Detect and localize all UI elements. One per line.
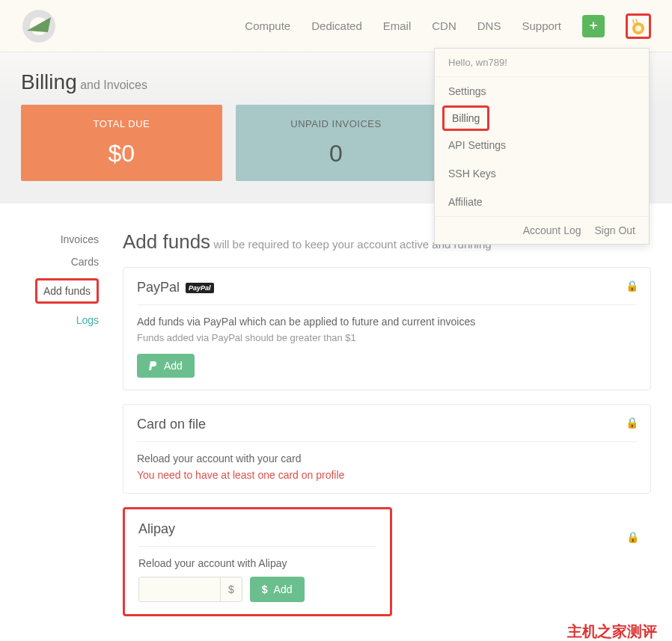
watermark: 主机之家测评 www.liuzhanwu.cn: [560, 622, 657, 641]
page-subtitle: and Invoices: [80, 79, 147, 91]
dropdown-billing[interactable]: Billing: [442, 105, 489, 131]
section-title: Add funds: [123, 230, 210, 253]
dollar-icon: $: [262, 583, 268, 595]
stat-total-due-value: $0: [34, 140, 209, 168]
dropdown-ssh-keys[interactable]: SSH Keys: [435, 159, 649, 188]
nav-compute[interactable]: Compute: [245, 19, 290, 32]
user-dropdown: Hello, wn789! Settings Billing API Setti…: [434, 48, 650, 245]
sidebar-item-invoices[interactable]: Invoices: [21, 233, 99, 245]
nav-dedicated[interactable]: Dedicated: [311, 19, 362, 32]
dropdown-settings[interactable]: Settings: [435, 77, 649, 105]
alipay-amount-wrap: $: [138, 577, 242, 602]
paypal-add-button[interactable]: Add: [137, 354, 195, 378]
card-text: Reload your account with your card: [137, 453, 637, 464]
paypal-p-icon: [149, 361, 158, 371]
alipay-text: Reload your account with Alipay: [138, 557, 376, 569]
sidebar-item-add-funds[interactable]: Add funds: [35, 278, 99, 304]
svg-point-3: [635, 25, 641, 31]
add-button[interactable]: +: [582, 15, 605, 37]
nav-email[interactable]: Email: [383, 19, 412, 32]
dropdown-footer: Account Log Sign Out: [435, 216, 649, 244]
dropdown-sign-out[interactable]: Sign Out: [595, 224, 635, 236]
stat-unpaid-invoices[interactable]: UNPAID INVOICES 0: [236, 105, 437, 181]
alipay-add-button[interactable]: $ Add: [250, 577, 305, 602]
panel-alipay-title: Alipay: [138, 521, 376, 547]
alipay-add-label: Add: [274, 583, 293, 595]
lock-icon: 🔒: [626, 531, 639, 543]
nav-support[interactable]: Support: [522, 19, 561, 32]
panel-paypal-title: PayPal PayPal: [137, 280, 637, 305]
dropdown-affiliate[interactable]: Affiliate: [435, 188, 649, 216]
lock-icon: 🔒: [626, 280, 638, 292]
sidebar-item-logs[interactable]: Logs: [21, 314, 99, 326]
stat-total-due-label: TOTAL DUE: [34, 118, 209, 129]
card-error: You need to have at least one card on pr…: [137, 469, 637, 481]
dropdown-account-log[interactable]: Account Log: [523, 224, 581, 236]
paypal-note: Funds added via PayPal should be greater…: [137, 332, 637, 343]
stat-unpaid-label: UNPAID INVOICES: [249, 118, 424, 129]
dropdown-api-settings[interactable]: API Settings: [435, 131, 649, 159]
paypal-add-label: Add: [164, 360, 183, 372]
paypal-badge-icon: PayPal: [186, 283, 214, 293]
stat-total-due[interactable]: TOTAL DUE $0: [21, 105, 222, 181]
panel-alipay: Alipay Reload your account with Alipay $…: [123, 507, 392, 616]
paypal-title-text: PayPal: [137, 280, 180, 295]
watermark-zh: 主机之家测评: [560, 622, 657, 641]
sidebar-item-cards[interactable]: Cards: [21, 256, 99, 268]
main: Add funds will be required to keep your …: [123, 230, 651, 616]
stat-unpaid-value: 0: [249, 140, 424, 168]
lock-icon: 🔒: [626, 417, 638, 429]
sidebar: Invoices Cards Add funds Logs: [21, 230, 99, 616]
content: Invoices Cards Add funds Logs Add funds …: [0, 203, 672, 641]
topbar: Compute Dedicated Email CDN DNS Support …: [0, 0, 672, 52]
alipay-input-group: $ $ Add: [138, 577, 376, 602]
nav: Compute Dedicated Email CDN DNS Support …: [245, 13, 651, 39]
snail-icon: [629, 16, 648, 36]
panel-paypal: 🔒 PayPal PayPal Add funds via PayPal whi…: [123, 267, 651, 390]
panel-card-title: Card on file: [137, 417, 637, 442]
page-title: Billing: [21, 70, 77, 93]
panel-card-on-file: 🔒 Card on file Reload your account with …: [123, 404, 651, 494]
alipay-amount-input[interactable]: [139, 577, 220, 601]
logo[interactable]: [21, 8, 57, 44]
nav-cdn[interactable]: CDN: [432, 19, 456, 32]
user-menu-trigger[interactable]: [626, 13, 651, 39]
paypal-text: Add funds via PayPal which can be applie…: [137, 316, 637, 328]
dropdown-greeting: Hello, wn789!: [435, 49, 649, 77]
nav-dns[interactable]: DNS: [477, 19, 501, 32]
currency-symbol: $: [220, 577, 242, 601]
